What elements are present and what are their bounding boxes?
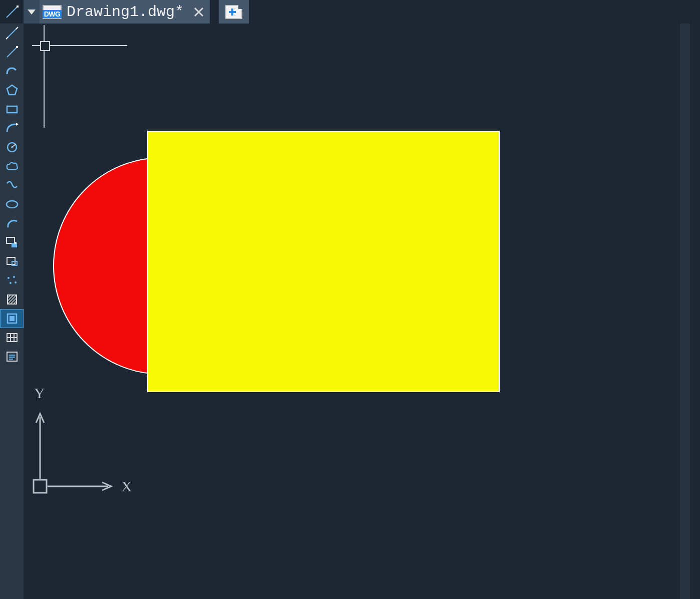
new-document-tab[interactable] xyxy=(219,0,249,24)
construction-line-tool[interactable] xyxy=(0,24,24,43)
svg-marker-2 xyxy=(28,10,36,15)
arc-arrow-icon xyxy=(5,121,19,135)
cursor-pickbox xyxy=(40,41,50,51)
active-document-tab[interactable]: DWG Drawing1.dwg* xyxy=(40,0,188,24)
svg-marker-10 xyxy=(7,85,17,95)
polyline-icon xyxy=(5,64,19,78)
svg-line-0 xyxy=(7,7,18,18)
svg-point-16 xyxy=(7,201,18,208)
svg-rect-11 xyxy=(7,106,17,113)
line-tool-corner[interactable] xyxy=(0,0,24,24)
close-tab-button[interactable] xyxy=(188,0,210,24)
text-tool[interactable] xyxy=(0,347,24,366)
region-tool[interactable] xyxy=(0,309,24,328)
chevron-down-icon xyxy=(27,9,37,16)
close-icon xyxy=(193,6,205,18)
document-tab-bar: DWG Drawing1.dwg* xyxy=(0,0,700,24)
document-title: Drawing1.dwg* xyxy=(67,4,184,21)
svg-point-24 xyxy=(10,282,12,284)
svg-rect-33 xyxy=(10,316,15,321)
table-tool[interactable] xyxy=(0,328,24,347)
tab-list-dropdown[interactable] xyxy=(24,0,40,24)
polygon-icon xyxy=(5,83,19,97)
svg-rect-17 xyxy=(7,237,15,243)
new-file-icon xyxy=(225,5,242,19)
polygon-tool[interactable] xyxy=(0,81,24,100)
svg-rect-9 xyxy=(16,46,18,48)
drawing-canvas[interactable]: Y X xyxy=(24,24,690,599)
svg-line-15 xyxy=(12,144,16,147)
cursor-crosshair-v xyxy=(44,25,45,128)
ellipse-tool[interactable] xyxy=(0,195,24,214)
svg-line-7 xyxy=(16,27,18,29)
svg-marker-18 xyxy=(12,243,17,247)
text-icon xyxy=(5,350,19,364)
ucs-icon: Y X xyxy=(32,386,162,501)
dwg-badge-label: DWG xyxy=(43,10,62,18)
svg-rect-42 xyxy=(34,480,47,493)
drawn-rectangle[interactable] xyxy=(147,131,500,392)
svg-line-30 xyxy=(11,298,17,304)
polyline-tool[interactable] xyxy=(0,62,24,81)
point-tool[interactable] xyxy=(0,271,24,290)
svg-line-5 xyxy=(7,28,17,38)
xline-icon xyxy=(5,26,19,40)
ray-tool[interactable] xyxy=(0,43,24,62)
ellipse-icon xyxy=(5,197,19,211)
draw-toolbar xyxy=(0,24,24,599)
svg-point-22 xyxy=(8,277,10,279)
svg-line-8 xyxy=(7,47,17,57)
svg-point-25 xyxy=(15,281,17,283)
cloud-icon xyxy=(5,159,19,173)
arc-arrow-tool[interactable] xyxy=(0,119,24,138)
spline-tool[interactable] xyxy=(0,176,24,195)
arc-icon xyxy=(5,216,19,230)
make-block-tool[interactable] xyxy=(0,252,24,271)
vertical-scrollbar[interactable] xyxy=(680,24,690,599)
svg-line-6 xyxy=(6,37,8,39)
svg-line-28 xyxy=(8,295,14,301)
region-icon xyxy=(5,312,19,326)
svg-rect-1 xyxy=(17,6,19,8)
point-icon xyxy=(5,273,19,287)
table-icon xyxy=(5,331,19,345)
spline-icon xyxy=(5,178,19,192)
arc-tool[interactable] xyxy=(0,214,24,233)
ray-icon xyxy=(5,45,19,59)
circle-center-icon xyxy=(5,140,19,154)
rectangle-icon xyxy=(5,102,19,116)
ucs-x-label: X xyxy=(121,478,132,495)
circle-center-tool[interactable] xyxy=(0,138,24,157)
make-block-icon xyxy=(5,254,19,268)
svg-marker-12 xyxy=(16,123,19,126)
insert-block-tool[interactable] xyxy=(0,233,24,252)
svg-point-23 xyxy=(13,276,15,278)
hatch-icon xyxy=(5,292,19,307)
hatch-tool[interactable] xyxy=(0,290,24,309)
dwg-file-icon: DWG xyxy=(43,5,62,19)
rectangle-tool[interactable] xyxy=(0,100,24,119)
insert-block-icon xyxy=(5,235,19,249)
revision-cloud-tool[interactable] xyxy=(0,157,24,176)
